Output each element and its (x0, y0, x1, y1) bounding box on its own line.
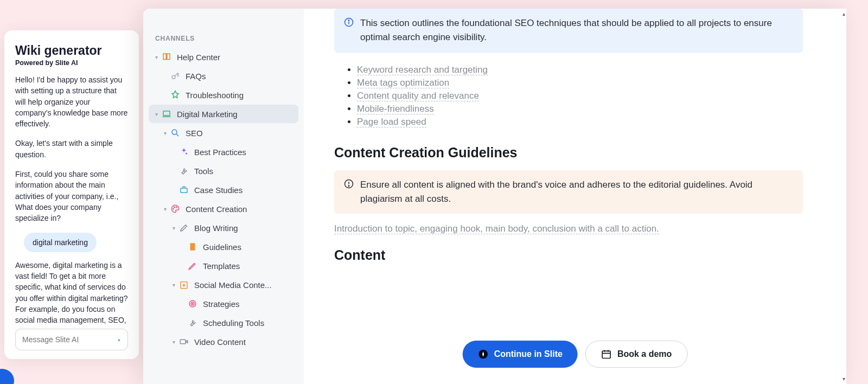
search-icon (169, 127, 181, 138)
sidebar-item-scheduling-tools[interactable]: Scheduling Tools (149, 313, 298, 332)
compass-icon (478, 349, 489, 360)
chevron-down-icon[interactable]: ▾ (169, 225, 178, 231)
palette-icon (169, 203, 181, 214)
target-icon (187, 298, 199, 309)
pen-icon (178, 222, 190, 233)
chevron-down-icon[interactable]: ▾ (161, 130, 169, 136)
svg-line-5 (176, 134, 178, 136)
sidebar-item-digital-marketing[interactable]: ▾Digital Marketing (149, 105, 298, 123)
bullet-link[interactable]: Mobile-friendliness (357, 104, 434, 114)
continue-button[interactable]: Continue in Slite (463, 341, 578, 368)
svg-point-2 (172, 75, 175, 79)
chevron-down-icon[interactable]: ▾ (152, 111, 161, 117)
sidebar-item-faqs[interactable]: FAQs (149, 67, 298, 85)
key-icon (169, 71, 181, 81)
sidebar-item-social-media-conte[interactable]: ▾Social Media Conte... (149, 276, 298, 294)
floating-action-button[interactable] (0, 369, 14, 384)
bullet-link[interactable]: Page load speed (357, 117, 426, 127)
sparkle-icon (178, 146, 190, 157)
sidebar-item-label: Tools (194, 167, 213, 176)
sidebar-item-help-center[interactable]: ▾Help Center (149, 48, 298, 66)
heading-content: Content (334, 247, 803, 263)
sidebar-item-label: Help Center (177, 53, 220, 62)
svg-rect-3 (163, 111, 170, 116)
book-demo-button[interactable]: Book a demo (585, 341, 687, 368)
intro-link[interactable]: Introduction to topic, engaging hook, ma… (334, 223, 659, 234)
sidebar-item-label: Scheduling Tools (203, 318, 264, 328)
scroll-down-icon[interactable]: ▾ (843, 376, 845, 382)
continue-button-label: Continue in Slite (494, 349, 563, 359)
bullet-link[interactable]: Content quality and relevance (357, 91, 479, 101)
info-callout: This section outlines the foundational S… (334, 9, 803, 53)
sidebar-item-guidelines[interactable]: Guidelines (149, 238, 298, 256)
info-callout-text: This section outlines the foundational S… (360, 16, 793, 45)
chat-message: Okay, let's start with a simple question… (15, 138, 128, 160)
wrench-icon (178, 165, 190, 176)
chat-user-message: digital marketing (24, 233, 97, 252)
svg-rect-11 (190, 243, 195, 251)
svg-rect-16 (180, 340, 186, 344)
sidebar-item-label: SEO (186, 129, 203, 138)
chevron-down-icon[interactable]: ▾ (161, 206, 169, 212)
sidebar-item-seo[interactable]: ▾SEO (149, 124, 298, 142)
chat-input-container[interactable] (15, 329, 128, 350)
sidebar-item-label: Templates (203, 261, 240, 271)
book-demo-button-label: Book a demo (617, 349, 672, 359)
calendar-up-icon (178, 279, 190, 290)
sidebar-item-content-creation[interactable]: ▾Content Creation (149, 200, 298, 218)
sidebar-item-label: Case Studies (194, 185, 242, 195)
sidebar-item-label: Blog Writing (194, 223, 238, 233)
svg-point-10 (176, 207, 177, 208)
chat-title: Wiki generator (15, 43, 128, 58)
sidebar-item-video-content[interactable]: ▾Video Content (149, 332, 298, 351)
sidebar[interactable]: CHANNELS ▾Help CenterFAQsTroubleshooting… (143, 9, 304, 384)
scroll-up-icon[interactable]: ▴ (843, 11, 845, 17)
sidebar-item-label: Digital Marketing (177, 110, 238, 119)
calendar-icon (601, 349, 612, 360)
chat-panel: Wiki generator Powered by Slite AI Hello… (4, 30, 139, 359)
pin-icon (169, 89, 181, 100)
svg-point-9 (174, 207, 175, 208)
sidebar-item-label: Guidelines (203, 242, 241, 252)
chat-message: First, could you share some information … (15, 169, 128, 223)
sidebar-item-label: Troubleshooting (186, 91, 244, 100)
chevron-down-icon[interactable]: ▾ (169, 282, 178, 288)
lightbulb-icon (117, 335, 121, 344)
sidebar-item-templates[interactable]: Templates (149, 257, 298, 275)
book-icon (161, 52, 173, 62)
warning-icon (344, 179, 354, 207)
svg-rect-24 (602, 351, 610, 358)
video-icon (178, 336, 190, 347)
sidebar-item-blog-writing[interactable]: ▾Blog Writing (149, 219, 298, 237)
svg-point-6 (186, 153, 187, 155)
sidebar-item-best-practices[interactable]: Best Practices (149, 143, 298, 161)
pencil-icon (187, 260, 199, 271)
svg-point-4 (172, 130, 177, 135)
briefcase-icon (178, 184, 190, 195)
bullet-link[interactable]: Keyword research and targeting (357, 65, 488, 75)
document-content: This section outlines the foundational S… (304, 9, 846, 384)
content-scrollbar[interactable]: ▴ ▾ (838, 9, 846, 384)
svg-point-8 (173, 208, 174, 209)
sidebar-item-tools[interactable]: Tools (149, 162, 298, 180)
svg-rect-1 (119, 341, 119, 342)
chat-messages: Hello! I'd be happy to assist you with s… (15, 74, 128, 324)
sidebar-item-case-studies[interactable]: Case Studies (149, 181, 298, 199)
chevron-down-icon[interactable]: ▾ (169, 339, 178, 345)
svg-point-15 (192, 303, 193, 304)
svg-point-19 (348, 20, 349, 21)
sidebar-item-label: Strategies (203, 299, 240, 309)
laptop-icon (161, 108, 173, 119)
chevron-down-icon[interactable]: ▾ (152, 54, 161, 60)
svg-point-22 (348, 185, 349, 187)
sidebar-item-troubleshooting[interactable]: Troubleshooting (149, 86, 298, 104)
chat-input[interactable] (22, 335, 117, 344)
app-window: CHANNELS ▾Help CenterFAQsTroubleshooting… (143, 9, 846, 384)
sidebar-item-label: Best Practices (194, 148, 246, 157)
chat-subtitle: Powered by Slite AI (15, 59, 128, 67)
bullet-link[interactable]: Meta tags optimization (357, 78, 449, 88)
sidebar-item-strategies[interactable]: Strategies (149, 295, 298, 313)
chat-message: Hello! I'd be happy to assist you with s… (15, 74, 128, 129)
info-icon (344, 17, 354, 45)
book-solid-icon (187, 241, 199, 252)
